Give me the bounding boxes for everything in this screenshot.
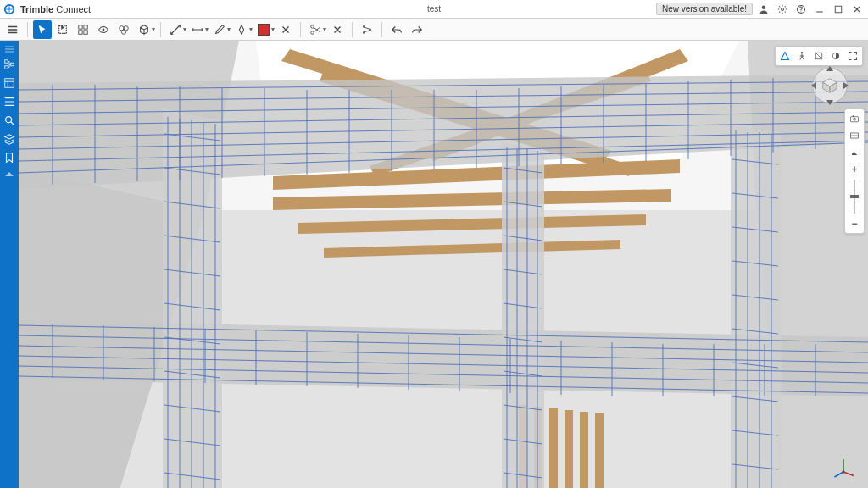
svg-point-14 xyxy=(121,30,125,34)
axis-gizmo-icon[interactable] xyxy=(831,454,856,480)
zoom-in-button[interactable]: + xyxy=(848,163,861,176)
panel-grip-bottom-icon[interactable] xyxy=(1,169,18,180)
svg-rect-42 xyxy=(565,410,573,488)
measure-button[interactable] xyxy=(166,20,185,39)
app-name: Connect xyxy=(56,4,91,14)
bookmarks-button[interactable] xyxy=(1,149,18,166)
svg-point-57 xyxy=(854,118,856,120)
fit-selection-button[interactable] xyxy=(53,20,72,39)
walk-button[interactable] xyxy=(794,48,810,64)
svg-rect-58 xyxy=(853,115,854,117)
dropdown-chevron-icon[interactable]: ▾ xyxy=(205,25,209,33)
3d-viewport[interactable]: + − xyxy=(19,41,868,488)
main-toolbar: ▾ ▾ ▾ ▾ ▾ ▾ ▾ xyxy=(0,19,868,41)
branch-button[interactable] xyxy=(358,20,376,39)
zoom-slider[interactable] xyxy=(854,180,855,214)
window-close-icon[interactable] xyxy=(849,2,865,17)
new-version-badge[interactable]: New version available! xyxy=(656,3,753,15)
svg-line-62 xyxy=(835,472,844,477)
svg-rect-56 xyxy=(851,117,859,122)
svg-rect-43 xyxy=(580,412,588,488)
views-button[interactable] xyxy=(1,75,18,92)
separator xyxy=(381,22,382,37)
svg-point-24 xyxy=(6,117,12,123)
separator xyxy=(160,22,161,37)
svg-point-63 xyxy=(842,470,844,473)
titlebar: Trimble Connect test New version availab… xyxy=(0,0,868,19)
dropdown-chevron-icon[interactable]: ▾ xyxy=(249,25,253,33)
section-button[interactable] xyxy=(811,48,826,64)
undo-button[interactable] xyxy=(387,20,406,39)
visibility-button[interactable] xyxy=(94,20,113,39)
svg-rect-44 xyxy=(595,413,604,488)
dropdown-chevron-icon[interactable]: ▾ xyxy=(323,25,326,33)
svg-marker-48 xyxy=(502,142,544,488)
svg-point-16 xyxy=(311,30,314,34)
svg-point-11 xyxy=(103,28,105,30)
svg-marker-49 xyxy=(731,125,782,488)
pencil-button[interactable] xyxy=(210,20,229,39)
window-minimize-icon[interactable] xyxy=(812,2,827,17)
svg-point-4 xyxy=(800,11,801,12)
navcube-icon xyxy=(821,76,839,95)
svg-rect-21 xyxy=(5,66,8,69)
svg-point-15 xyxy=(311,25,314,28)
user-icon[interactable] xyxy=(756,2,771,17)
panel-grip-icon[interactable] xyxy=(1,44,18,54)
pointer-button[interactable] xyxy=(33,20,52,39)
svg-point-2 xyxy=(782,8,784,10)
select-box-button[interactable] xyxy=(74,20,92,39)
pen-button[interactable] xyxy=(232,20,251,39)
app-title: Trimble Connect xyxy=(20,4,91,14)
svg-rect-41 xyxy=(549,408,558,488)
camera-button[interactable] xyxy=(848,112,861,125)
perspective-button[interactable] xyxy=(777,48,793,64)
sky-button[interactable] xyxy=(848,146,861,159)
help-icon[interactable] xyxy=(793,2,809,17)
materials-button[interactable] xyxy=(114,20,133,39)
zoom-handle[interactable] xyxy=(850,195,859,198)
redo-button[interactable] xyxy=(408,20,426,39)
svg-rect-10 xyxy=(84,30,87,33)
scene-render xyxy=(19,41,868,488)
svg-rect-22 xyxy=(11,63,14,66)
svg-rect-20 xyxy=(5,60,8,64)
project-name: test xyxy=(427,4,441,14)
dropdown-chevron-icon[interactable]: ▾ xyxy=(183,25,186,33)
app-brand: Trimble xyxy=(20,4,53,14)
svg-rect-7 xyxy=(79,25,82,28)
view-tools-right: + − xyxy=(844,108,865,234)
cube-button[interactable] xyxy=(135,20,153,39)
properties-button[interactable] xyxy=(1,93,18,110)
clear-cut-button[interactable] xyxy=(328,20,347,39)
svg-point-50 xyxy=(801,52,803,53)
color-swatch-button[interactable] xyxy=(254,20,273,39)
left-panel xyxy=(0,41,19,488)
svg-line-61 xyxy=(843,472,854,476)
dimension-button[interactable] xyxy=(188,20,207,39)
shading-button[interactable] xyxy=(828,48,843,64)
dropdown-chevron-icon[interactable]: ▾ xyxy=(227,25,231,33)
window-maximize-icon[interactable] xyxy=(831,2,846,17)
workspace: + − xyxy=(0,41,868,488)
zoom-out-button[interactable]: − xyxy=(848,217,861,230)
separator xyxy=(300,22,301,37)
scissors-button[interactable] xyxy=(306,20,325,39)
mode-button[interactable] xyxy=(848,129,861,142)
search-button[interactable] xyxy=(1,112,18,129)
svg-rect-8 xyxy=(84,25,87,28)
view-tools-top xyxy=(775,46,863,66)
fullscreen-button[interactable] xyxy=(845,48,860,64)
dropdown-chevron-icon[interactable]: ▾ xyxy=(152,25,155,33)
erase-button[interactable] xyxy=(276,20,295,39)
navigation-cube[interactable] xyxy=(812,68,848,103)
menu-button[interactable] xyxy=(3,20,22,39)
layers-button[interactable] xyxy=(1,130,18,147)
model-tree-button[interactable] xyxy=(1,56,18,73)
dropdown-chevron-icon[interactable]: ▾ xyxy=(271,25,275,33)
svg-rect-5 xyxy=(835,6,842,13)
svg-marker-47 xyxy=(163,108,222,488)
separator xyxy=(352,22,353,37)
gear-icon[interactable] xyxy=(775,2,790,17)
separator xyxy=(27,22,28,37)
